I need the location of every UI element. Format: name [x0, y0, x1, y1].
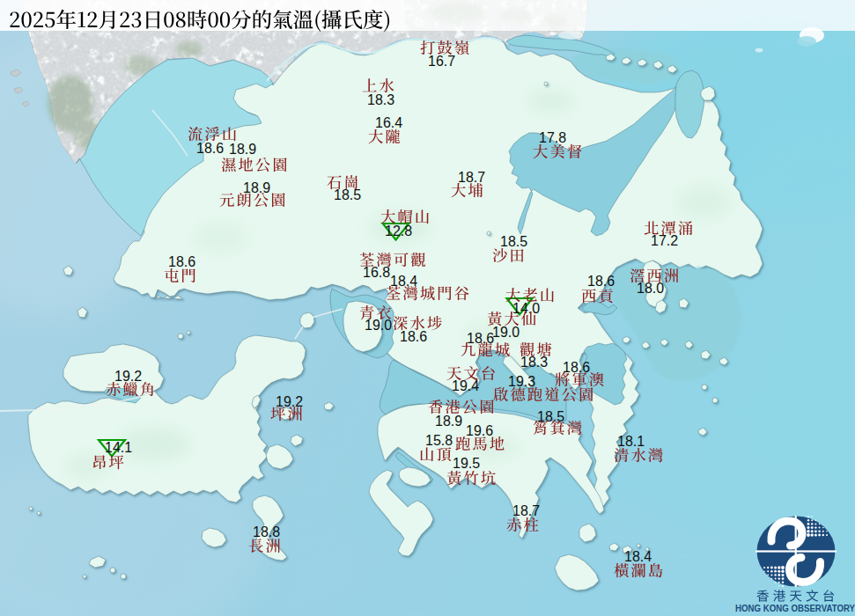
svg-text:17.8: 17.8 [539, 130, 566, 145]
svg-text:18.8: 18.8 [253, 524, 280, 539]
svg-text:18.6: 18.6 [196, 141, 224, 156]
svg-text:18.3: 18.3 [367, 92, 394, 107]
svg-text:19.2: 19.2 [276, 394, 303, 409]
svg-text:18.5: 18.5 [500, 234, 527, 249]
svg-text:19.2: 19.2 [114, 369, 142, 384]
svg-text:19.0: 19.0 [492, 325, 520, 340]
svg-text:18.9: 18.9 [229, 142, 256, 157]
svg-text:14.0: 14.0 [512, 301, 540, 316]
svg-text:15.8: 15.8 [425, 433, 453, 448]
svg-text:19.4: 19.4 [452, 378, 479, 393]
svg-text:18.4: 18.4 [624, 549, 652, 564]
svg-text:18.6: 18.6 [168, 254, 195, 269]
svg-text:18.6: 18.6 [563, 360, 590, 375]
svg-text:18.5: 18.5 [537, 409, 564, 424]
svg-text:18.9: 18.9 [435, 414, 462, 429]
svg-text:16.4: 16.4 [375, 115, 402, 130]
svg-text:16.7: 16.7 [428, 54, 455, 69]
svg-text:18.7: 18.7 [512, 503, 540, 518]
svg-text:18.6: 18.6 [587, 274, 615, 289]
svg-text:14.1: 14.1 [105, 440, 132, 455]
svg-text:12.8: 12.8 [385, 224, 412, 238]
svg-text:16.8: 16.8 [363, 265, 390, 280]
svg-text:HONG KONG OBSERVATORY: HONG KONG OBSERVATORY [735, 603, 855, 613]
svg-text:18.4: 18.4 [390, 274, 417, 289]
svg-text:19.5: 19.5 [453, 456, 480, 471]
svg-text:18.9: 18.9 [243, 180, 270, 195]
svg-text:18.6: 18.6 [467, 331, 494, 346]
svg-text:18.3: 18.3 [520, 355, 548, 370]
svg-text:17.2: 17.2 [651, 233, 678, 248]
svg-text:19.3: 19.3 [508, 374, 535, 389]
svg-text:18.5: 18.5 [334, 187, 361, 202]
svg-text:18.7: 18.7 [458, 170, 485, 185]
svg-text:19.6: 19.6 [466, 423, 493, 438]
svg-text:18.6: 18.6 [400, 329, 427, 344]
svg-text:18.1: 18.1 [617, 434, 645, 449]
svg-text:19.0: 19.0 [365, 318, 392, 333]
svg-text:18.0: 18.0 [637, 281, 664, 296]
